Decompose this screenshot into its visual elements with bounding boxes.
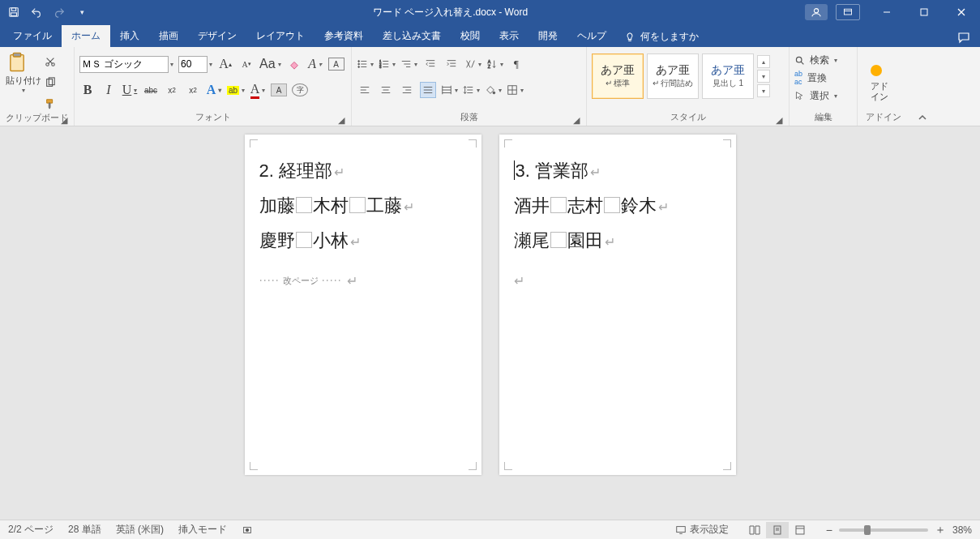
page-line: 瀬尾園田↵: [514, 224, 721, 259]
cut-button[interactable]: [42, 53, 58, 70]
status-page[interactable]: 2/2 ページ: [8, 523, 53, 537]
text-effects-button[interactable]: A: [206, 82, 222, 98]
undo-icon[interactable]: [31, 6, 42, 18]
zoom-level[interactable]: 38%: [952, 524, 972, 536]
character-shading-button[interactable]: A: [271, 83, 287, 96]
highlight-button[interactable]: ab: [227, 82, 245, 98]
select-button[interactable]: 選択▾: [794, 88, 837, 104]
document-area[interactable]: 2. 経理部↵ 加藤木村工藤↵ 慶野小林↵ ‧‧‧‧‧改ページ‧‧‧‧‧↵ 3.…: [0, 126, 980, 520]
maximize-button[interactable]: [905, 0, 943, 24]
tab-help[interactable]: ヘルプ: [567, 25, 616, 47]
superscript-button[interactable]: x2: [185, 82, 201, 98]
asian-layout-button[interactable]: [464, 56, 481, 72]
align-center-button[interactable]: [378, 82, 394, 98]
tab-insert[interactable]: 挿入: [110, 25, 149, 47]
document-page[interactable]: 3. 営業部↵ 酒井志村鈴木↵ 瀬尾園田↵ ↵: [499, 135, 736, 475]
group-styles: あア亜↵ 標準 あア亜↵ 行間詰め あア亜見出し 1 ▴▾▾ スタイル◢: [587, 47, 790, 126]
replace-button[interactable]: abac置換: [794, 70, 837, 86]
align-left-button[interactable]: [357, 82, 373, 98]
dialog-launcher-icon[interactable]: ◢: [336, 115, 346, 125]
shading-button[interactable]: [485, 82, 502, 98]
font-color-button[interactable]: A: [250, 82, 266, 98]
style-normal[interactable]: あア亜↵ 標準: [592, 53, 644, 99]
show-marks-button[interactable]: ¶: [508, 56, 524, 72]
tab-view[interactable]: 表示: [490, 25, 529, 47]
enclose-characters-button[interactable]: A: [328, 58, 344, 71]
align-right-button[interactable]: [399, 82, 415, 98]
change-case-button[interactable]: Aa: [259, 56, 281, 72]
tab-home[interactable]: ホーム: [62, 25, 110, 47]
style-heading1[interactable]: あア亜見出し 1: [702, 53, 754, 99]
font-size-input[interactable]: [178, 56, 208, 73]
decrease-indent-button[interactable]: [422, 56, 439, 72]
status-language[interactable]: 英語 (米国): [116, 523, 164, 537]
status-insert-mode[interactable]: 挿入モード: [178, 523, 227, 537]
display-settings-button[interactable]: 表示設定: [675, 523, 729, 537]
underline-button[interactable]: U: [122, 82, 138, 98]
styles-more[interactable]: ▴▾▾: [757, 53, 770, 99]
font-name-input[interactable]: [79, 56, 169, 73]
style-no-spacing[interactable]: あア亜↵ 行間詰め: [647, 53, 699, 99]
phonetic-guide-button[interactable]: A: [307, 56, 323, 72]
tab-layout[interactable]: レイアウト: [246, 25, 315, 47]
close-button[interactable]: [943, 0, 980, 24]
tab-developer[interactable]: 開発: [529, 25, 567, 47]
comments-button[interactable]: [948, 31, 980, 47]
collapse-ribbon-button[interactable]: [909, 47, 934, 126]
account-icon[interactable]: [805, 4, 828, 20]
read-mode-button[interactable]: [743, 522, 766, 538]
zoom-slider[interactable]: [839, 528, 928, 532]
scissors-icon: [45, 56, 56, 67]
copy-icon: [45, 77, 56, 88]
zoom-out-button[interactable]: −: [826, 524, 832, 537]
tell-me[interactable]: 何をしますか: [616, 30, 707, 47]
tab-mailings[interactable]: 差し込み文書: [373, 25, 451, 47]
subscript-button[interactable]: x2: [164, 82, 180, 98]
find-button[interactable]: 検索▾: [794, 52, 837, 68]
tab-review[interactable]: 校閲: [451, 25, 490, 47]
document-page[interactable]: 2. 経理部↵ 加藤木村工藤↵ 慶野小林↵ ‧‧‧‧‧改ページ‧‧‧‧‧↵: [245, 135, 481, 475]
distributed-button[interactable]: [441, 82, 458, 98]
shrink-font-button[interactable]: A▾: [238, 56, 255, 72]
numbering-button[interactable]: 123: [379, 56, 396, 72]
justify-button[interactable]: [420, 82, 436, 98]
dialog-launcher-icon[interactable]: ◢: [774, 115, 784, 125]
svg-rect-1: [11, 8, 15, 11]
save-icon[interactable]: [8, 6, 19, 18]
format-painter-button[interactable]: [42, 96, 58, 112]
minimize-button[interactable]: [868, 0, 905, 24]
grow-font-button[interactable]: A▴: [217, 56, 233, 72]
sort-button[interactable]: AZ: [486, 56, 503, 72]
group-clipboard: 貼り付け ▾ クリップボード◢: [0, 47, 75, 126]
qat-customize-icon[interactable]: ▾: [76, 6, 88, 18]
addin-button[interactable]: アドイン: [862, 50, 905, 111]
dialog-launcher-icon[interactable]: ◢: [571, 115, 581, 125]
copy-button[interactable]: [42, 75, 58, 91]
tab-design[interactable]: デザイン: [188, 25, 246, 47]
svg-rect-69: [677, 526, 686, 532]
bullets-button[interactable]: [357, 56, 374, 72]
print-layout-button[interactable]: [766, 522, 789, 538]
dialog-launcher-icon[interactable]: ◢: [59, 115, 69, 125]
borders-button[interactable]: [507, 82, 524, 98]
line-spacing-button[interactable]: [463, 82, 480, 98]
clear-formatting-button[interactable]: [286, 56, 302, 72]
styles-gallery[interactable]: あア亜↵ 標準 あア亜↵ 行間詰め あア亜見出し 1 ▴▾▾: [592, 50, 770, 99]
tab-draw[interactable]: 描画: [149, 25, 188, 47]
multilevel-list-button[interactable]: [400, 56, 417, 72]
zoom-in-button[interactable]: ＋: [935, 523, 946, 537]
status-word-count[interactable]: 28 単語: [68, 523, 101, 537]
tab-file[interactable]: ファイル: [3, 25, 62, 47]
macro-record-icon[interactable]: [242, 524, 253, 536]
paste-button[interactable]: 貼り付け ▾: [6, 50, 41, 94]
ribbon-display-options-icon[interactable]: [836, 4, 860, 20]
bold-button[interactable]: B: [79, 82, 96, 98]
strikethrough-button[interactable]: abc: [143, 82, 159, 98]
web-layout-button[interactable]: [789, 522, 811, 538]
enclose-button[interactable]: 字: [292, 83, 308, 96]
redo-icon[interactable]: [53, 6, 65, 18]
italic-button[interactable]: I: [101, 82, 117, 98]
increase-indent-button[interactable]: [443, 56, 460, 72]
bucket-icon: [485, 84, 496, 96]
tab-references[interactable]: 参考資料: [315, 25, 373, 47]
